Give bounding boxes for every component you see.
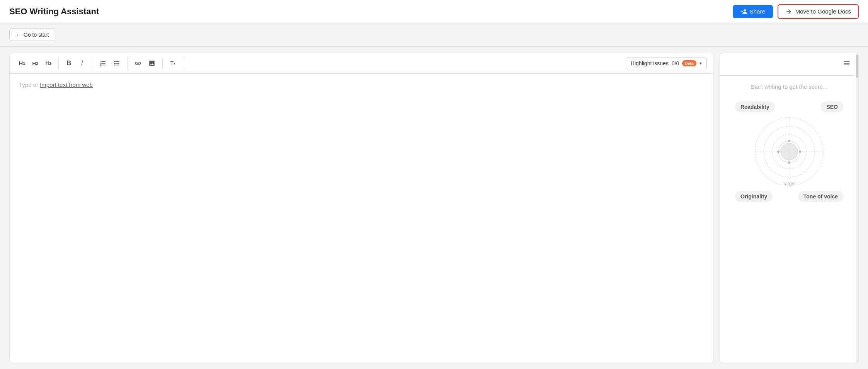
header-actions: Share Move to Google Docs (733, 4, 859, 19)
ordered-list-icon (99, 60, 106, 67)
list-group (96, 57, 128, 69)
originality-label: Originality (735, 191, 773, 202)
image-icon (148, 60, 155, 67)
editor-panel: H1 H2 H3 B I (9, 53, 713, 363)
h2-button[interactable]: H2 (29, 57, 41, 69)
share-button[interactable]: Share (733, 5, 773, 18)
arrow-left-icon: ← (16, 32, 21, 38)
header: SEO Writing Assistant Share Move to Goog… (0, 0, 868, 23)
target-label: Target (783, 181, 795, 186)
h3-button[interactable]: H3 (42, 57, 54, 69)
google-docs-arrow-icon (785, 8, 792, 15)
hamburger-menu-icon (843, 59, 851, 67)
svg-point-7 (788, 140, 790, 142)
insert-group (131, 57, 163, 69)
go-to-start-button[interactable]: ← Go to start (9, 29, 55, 41)
svg-point-9 (788, 161, 790, 164)
import-text-link[interactable]: Import text from web (40, 81, 93, 88)
score-panel-menu-button[interactable] (841, 58, 852, 71)
editor-placeholder: Type or Import text from web (19, 81, 93, 88)
clear-group: Tx (167, 57, 183, 69)
scroll-indicator (856, 53, 858, 363)
radar-svg (753, 115, 825, 188)
clear-format-button[interactable]: Tx (167, 57, 179, 69)
app-title: SEO Writing Assistant (9, 7, 99, 17)
move-to-google-docs-button[interactable]: Move to Google Docs (778, 4, 859, 19)
score-panel-body: Start writing to get the score... Readab… (720, 76, 858, 363)
readability-label: Readability (735, 102, 775, 112)
h1-button[interactable]: H1 (16, 57, 28, 69)
editor-content-area[interactable]: Type or Import text from web (10, 74, 713, 363)
chevron-down-icon: ▾ (700, 61, 702, 66)
link-icon (134, 60, 141, 67)
italic-button[interactable]: I (76, 57, 88, 69)
beta-badge: beta (682, 60, 696, 66)
format-group: B I (63, 57, 92, 69)
svg-point-8 (799, 151, 801, 153)
highlight-issues-label: Highlight issues (631, 60, 669, 66)
radar-chart: Readability SEO (739, 102, 839, 202)
score-subtitle: Start writing to get the score... (751, 83, 827, 90)
editor-toolbar: H1 H2 H3 B I (10, 53, 713, 74)
score-panel: Start writing to get the score... Readab… (720, 53, 859, 363)
score-panel-header (720, 53, 858, 76)
unordered-list-button[interactable] (110, 57, 123, 69)
bold-button[interactable]: B (63, 57, 75, 69)
highlight-issues-button[interactable]: Highlight issues 0/0 beta ▾ (626, 58, 707, 69)
subheader: ← Go to start (0, 23, 868, 47)
tone-of-voice-label: Tone of voice (798, 191, 843, 202)
image-button[interactable] (145, 57, 158, 69)
ordered-list-button[interactable] (96, 57, 109, 69)
seo-label: SEO (821, 102, 843, 112)
unordered-list-icon (113, 60, 120, 67)
issues-count: 0/0 (672, 60, 679, 66)
svg-point-10 (777, 151, 779, 153)
link-button[interactable] (131, 57, 145, 69)
person-add-icon (740, 8, 747, 15)
scroll-thumb (856, 55, 858, 78)
heading-group: H1 H2 H3 (16, 57, 59, 69)
main-layout: H1 H2 H3 B I (0, 47, 868, 369)
